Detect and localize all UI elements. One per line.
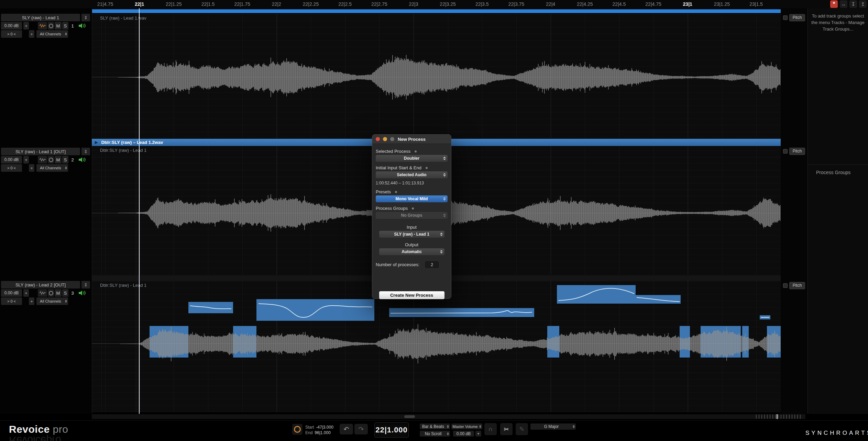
help-dot-icon[interactable]	[415, 150, 417, 152]
record-enable-icon[interactable]	[48, 289, 54, 297]
playhead[interactable]	[139, 8, 140, 414]
track-2-controls: SLY (raw) - Lead 1 [OUT] ⇕ 0.00 dB + M S…	[0, 148, 92, 172]
pitch-button[interactable]: Pitch	[789, 14, 805, 21]
alert-icon[interactable]: *	[830, 0, 838, 8]
channels-dropdown[interactable]: All Channels	[36, 164, 68, 172]
range-add-button[interactable]: +	[29, 164, 34, 172]
expand-triangle-icon[interactable]: ▶	[95, 140, 98, 145]
solo-button[interactable]: S	[62, 22, 68, 30]
process-groups-dropdown[interactable]: No Groups	[376, 212, 448, 219]
wave-glyph	[39, 291, 46, 295]
track-name[interactable]: SLY (raw) - Lead 2 [OUT]	[1, 281, 80, 289]
selected-process-value: Doubler	[404, 156, 419, 161]
gain-add-button[interactable]: +	[23, 289, 29, 297]
initial-input-value: Selected Audio	[397, 172, 426, 177]
pencil-tool-button[interactable]: ✎	[516, 423, 528, 435]
horizontal-zoom-icon[interactable]: ↔	[840, 0, 847, 8]
zoom-window-icon[interactable]	[390, 137, 394, 141]
zoom-slider[interactable]	[756, 415, 801, 419]
num-processes-field[interactable]: 2	[425, 261, 439, 268]
speaker-icon[interactable]	[76, 22, 87, 30]
vertical-zoom-out-icon[interactable]: ↥	[859, 0, 867, 8]
snap-tool-button[interactable]: ∩	[484, 423, 497, 435]
key-dropdown[interactable]: G Major	[530, 423, 576, 430]
solo-button[interactable]: S	[62, 289, 68, 297]
output-label: Output	[376, 242, 448, 248]
ruler-tick: 23|1.5	[749, 1, 763, 7]
undo-button[interactable]: ↶	[340, 424, 353, 434]
new-process-dialog: New Process Selected Process Doubler Ini…	[372, 134, 451, 299]
waveform-track-1[interactable]	[92, 14, 781, 138]
scroll-mode-dropdown[interactable]: No Scroll	[420, 431, 450, 437]
solo-button[interactable]: S	[62, 156, 68, 163]
time-format-dropdown[interactable]: Bar & Beats	[420, 423, 450, 429]
master-volume-dropdown[interactable]: Master Volume	[451, 423, 482, 429]
zoom-slider-handle[interactable]	[777, 414, 778, 419]
track-lane-1[interactable]: SLY (raw) - Lead 1.wav	[92, 14, 781, 139]
start-value[interactable]: -47|3.000	[316, 425, 333, 430]
start-end-fields[interactable]: Start-47|3.000 End96|1.000	[305, 425, 333, 436]
track-settings-icon[interactable]: ⇕	[81, 281, 90, 289]
ruler-tick: 22|4.75	[645, 1, 661, 7]
process-icon[interactable]	[38, 289, 47, 297]
track-name[interactable]: SLY (raw) - Lead 1 [OUT]	[1, 148, 80, 155]
output-dropdown[interactable]: Automatic	[379, 248, 444, 255]
process-icon[interactable]	[38, 22, 47, 30]
process-icon[interactable]	[38, 156, 47, 163]
pitch-button[interactable]: Pitch	[789, 148, 805, 155]
range-add-button[interactable]: +	[29, 30, 34, 38]
mute-button[interactable]: M	[55, 156, 62, 163]
range-add-button[interactable]: +	[29, 297, 34, 305]
redo-button[interactable]: ↷	[354, 424, 368, 434]
track-gain-field[interactable]: 0.00 dB	[1, 22, 22, 30]
mute-button[interactable]: M	[55, 289, 62, 297]
mute-button[interactable]: M	[55, 22, 62, 30]
gain-add-button[interactable]: +	[23, 156, 29, 163]
dialog-titlebar[interactable]: New Process	[372, 135, 451, 144]
timeline-ruler[interactable]: 21|4.7522|122|1.2522|1.522|1.7522|222|2.…	[0, 0, 868, 9]
record-enable-icon[interactable]	[48, 156, 54, 163]
selection-bar[interactable]	[92, 9, 781, 13]
gain-add-button[interactable]: +	[23, 22, 29, 30]
channels-dropdown[interactable]: All Channels	[36, 30, 68, 38]
ring-glyph	[49, 291, 53, 295]
pitch-checkbox[interactable]	[783, 15, 788, 20]
presets-dropdown[interactable]: Mono Vocal Mild	[376, 195, 448, 202]
track-settings-icon[interactable]: ⇕	[81, 148, 90, 155]
speaker-icon[interactable]	[76, 156, 87, 163]
track-name[interactable]: SLY (raw) - Lead 1	[1, 14, 80, 21]
track-range-field[interactable]: > 0 <	[1, 297, 22, 305]
speaker-icon[interactable]	[76, 289, 87, 297]
track-range-field[interactable]: > 0 <	[1, 30, 22, 38]
scrollbar-thumb[interactable]	[404, 415, 415, 418]
help-dot-icon[interactable]	[412, 207, 414, 210]
track-range-field[interactable]: > 0 <	[1, 164, 22, 172]
minimize-icon[interactable]	[383, 137, 387, 141]
pitch-checkbox[interactable]	[783, 149, 788, 154]
create-new-process-button[interactable]: Create New Process	[379, 291, 444, 299]
end-value[interactable]: 96|1.000	[315, 430, 331, 435]
track-gain-field[interactable]: 0.00 dB	[1, 156, 22, 163]
volume-add-button[interactable]: +	[475, 431, 481, 437]
ring-glyph	[49, 24, 53, 28]
vertical-zoom-in-icon[interactable]: ↧	[849, 0, 857, 8]
help-dot-icon[interactable]	[426, 167, 428, 169]
end-label: End	[305, 430, 312, 435]
initial-input-dropdown[interactable]: Selected Audio	[376, 171, 448, 178]
track-gain-field[interactable]: 0.00 dB	[1, 289, 22, 297]
channels-dropdown[interactable]: All Channels	[36, 297, 68, 305]
master-volume-value[interactable]: 0.00 dB	[453, 431, 474, 437]
time-display[interactable]: 22|1.000	[374, 422, 409, 438]
horizontal-scrollbar[interactable]	[92, 414, 805, 419]
scissors-tool-button[interactable]: ✂	[500, 423, 513, 435]
help-dot-icon[interactable]	[395, 191, 397, 193]
record-enable-icon[interactable]	[48, 22, 54, 30]
input-dropdown[interactable]: SLY (raw) - Lead 1	[379, 231, 444, 238]
record-button[interactable]	[292, 424, 303, 435]
pitch-button[interactable]: Pitch	[789, 282, 805, 289]
pencil-icon: ✎	[519, 426, 524, 433]
selected-process-dropdown[interactable]: Doubler	[376, 155, 448, 162]
close-icon[interactable]	[376, 137, 380, 141]
track-settings-icon[interactable]: ⇕	[81, 14, 90, 21]
pitch-checkbox[interactable]	[783, 283, 788, 288]
